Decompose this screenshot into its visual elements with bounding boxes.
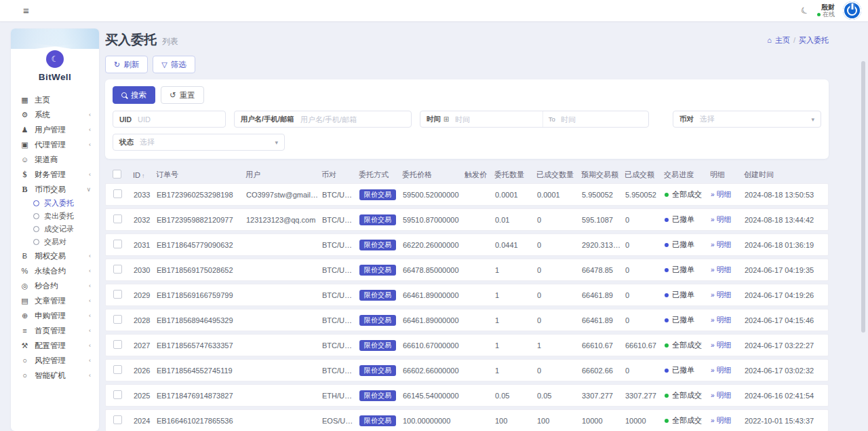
detail-link[interactable]: »明细 xyxy=(711,215,732,223)
refresh-button[interactable]: ↻ 刷新 xyxy=(105,56,148,73)
sidebar-item-风控管理[interactable]: ○风控管理‹ xyxy=(11,353,99,368)
filled-amount-cell: 10000 xyxy=(625,417,665,425)
row-checkbox[interactable] xyxy=(113,315,122,324)
pair-select[interactable]: 币对选择▾ xyxy=(673,111,821,128)
filter-button[interactable]: ▽ 筛选 xyxy=(153,56,195,73)
id-cell: 2032 xyxy=(134,216,157,224)
qty-cell: 0.0001 xyxy=(495,191,537,199)
user-field-label: 用户名/手机/邮箱 xyxy=(235,115,300,124)
person-icon: ☺ xyxy=(20,155,30,164)
price-cell: 66145.54000000 xyxy=(403,392,465,400)
order-type-cell: 限价交易 xyxy=(359,290,403,301)
moon-icon[interactable]: ☾ xyxy=(800,4,811,17)
search-button[interactable]: 搜索 xyxy=(113,86,155,104)
sidebar-item-首页管理[interactable]: ≡首页管理‹ xyxy=(11,323,99,338)
menu-icon[interactable]: ≡ xyxy=(23,5,29,16)
sidebar-item-主页[interactable]: ▦主页 xyxy=(11,92,99,107)
status-cell: 已撤单 xyxy=(665,290,711,300)
uid-field-input[interactable] xyxy=(138,115,224,124)
target-icon: ◎ xyxy=(20,282,30,291)
row-checkbox[interactable] xyxy=(113,189,122,198)
submenu-item-交易对[interactable]: 交易对 xyxy=(11,236,99,248)
id-cell: 2029 xyxy=(134,291,157,299)
checkbox-cell xyxy=(113,365,134,375)
time-field-start-input[interactable] xyxy=(455,115,542,124)
table-row: 2031EB1718645779090632BTC/USDT限价交易66220.… xyxy=(105,233,829,256)
detail-link[interactable]: »明细 xyxy=(711,416,732,424)
sidebar-item-期权交易[interactable]: Ƀ期权交易‹ xyxy=(11,248,99,263)
sidebar-item-智能矿机[interactable]: ○智能矿机‹ xyxy=(11,368,99,383)
sidebar-item-文章管理[interactable]: ▤文章管理‹ xyxy=(11,293,99,308)
price-cell: 66461.89000000 xyxy=(403,291,465,299)
submenu-item-买入委托[interactable]: 买入委托 xyxy=(11,197,99,210)
row-checkbox[interactable] xyxy=(113,415,122,424)
coin-b-icon: B xyxy=(20,185,30,195)
chevron-left-icon: ‹ xyxy=(89,357,91,364)
sort-asc-icon[interactable]: ↑ xyxy=(142,172,145,179)
expected-amount-cell: 66478.85 xyxy=(582,266,625,274)
filled-qty-cell: 0.05 xyxy=(537,392,582,400)
time-field-end-input[interactable] xyxy=(561,115,648,124)
filter-panel: 搜索 ↺ 重置 UID用户名/手机/邮箱时间⊞To币对选择▾ 状态选择▾ xyxy=(105,79,829,159)
filled-amount-cell: 3307.277 xyxy=(625,392,665,400)
row-checkbox[interactable] xyxy=(113,365,122,374)
pair-cell: BTC/USDT xyxy=(322,291,359,299)
status-cell: 已撤单 xyxy=(665,365,711,375)
created-time-cell: 2024-06-17 03:02:32 xyxy=(745,367,821,375)
user-field-input[interactable] xyxy=(300,115,411,124)
chevron-left-icon: ‹ xyxy=(89,126,91,133)
reset-button[interactable]: ↺ 重置 xyxy=(161,86,204,104)
detail-link[interactable]: »明细 xyxy=(711,391,732,399)
detail-link[interactable]: »明细 xyxy=(711,366,732,374)
scrollbar-thumb[interactable] xyxy=(861,61,865,333)
row-checkbox[interactable] xyxy=(113,390,122,399)
row-checkbox[interactable] xyxy=(113,265,122,274)
detail-link[interactable]: »明细 xyxy=(711,316,732,324)
sidebar-item-系统[interactable]: ⚙系统‹ xyxy=(11,107,99,122)
time-field-separator: To xyxy=(542,111,561,127)
detail-link[interactable]: »明细 xyxy=(711,341,732,349)
status-cell: 全部成交 xyxy=(665,189,711,200)
user-info[interactable]: 殷财 在线 xyxy=(817,3,835,18)
order-type-badge: 限价交易 xyxy=(359,290,396,301)
checkbox-cell xyxy=(113,240,134,250)
pair-cell: BTC/USDT xyxy=(322,316,359,324)
filled-amount-cell: 0 xyxy=(625,241,665,249)
status-dot-icon xyxy=(665,268,669,272)
detail-cell: »明细 xyxy=(711,365,745,375)
sidebar-item-财务管理[interactable]: $财务管理‹ xyxy=(11,167,99,182)
order-type-badge: 限价交易 xyxy=(359,390,396,401)
detail-link[interactable]: »明细 xyxy=(711,240,732,248)
row-checkbox[interactable] xyxy=(113,340,122,349)
status-dot-icon xyxy=(665,369,669,373)
submenu-item-卖出委托[interactable]: 卖出委托 xyxy=(11,210,99,223)
created-time-cell: 2024-06-16 02:41:54 xyxy=(745,392,821,400)
breadcrumb-home[interactable]: 主页 xyxy=(775,35,790,45)
column-header-type: 委托方式 xyxy=(359,170,402,180)
sidebar-item-渠道商[interactable]: ☺渠道商 xyxy=(11,152,99,167)
filled-amount-cell: 0 xyxy=(625,291,665,299)
sidebar-item-币币交易[interactable]: B币币交易∨ xyxy=(11,182,99,197)
submenu-item-成交记录[interactable]: 成交记录 xyxy=(11,223,99,236)
avatar[interactable] xyxy=(843,1,861,20)
table-row: 2032EB1723959882120977123123123@qq.comBT… xyxy=(105,208,829,231)
detail-link[interactable]: »明细 xyxy=(711,190,732,198)
detail-link[interactable]: »明细 xyxy=(711,265,732,274)
sidebar-item-用户管理[interactable]: ♟用户管理‹ xyxy=(11,122,99,137)
order-type-badge: 限价交易 xyxy=(359,340,396,351)
row-checkbox[interactable] xyxy=(113,290,122,299)
sidebar-item-秒合约[interactable]: ◎秒合约‹ xyxy=(11,278,99,293)
sidebar-item-代理管理[interactable]: ▣代理管理‹ xyxy=(11,137,99,152)
column-header-trigger: 触发价 xyxy=(465,170,494,180)
qty-cell: 1 xyxy=(495,316,537,324)
row-checkbox[interactable] xyxy=(113,240,122,248)
sidebar-item-申购管理[interactable]: ⊕申购管理‹ xyxy=(11,308,99,323)
row-checkbox[interactable] xyxy=(113,214,122,223)
detail-link[interactable]: »明细 xyxy=(711,291,732,299)
filled-amount-cell: 66610.67 xyxy=(625,341,665,350)
status-select[interactable]: 状态选择▾ xyxy=(113,134,285,151)
select-all-checkbox[interactable] xyxy=(113,170,121,179)
id-cell: 2033 xyxy=(134,191,157,199)
sidebar-item-配置管理[interactable]: ⚒配置管理‹ xyxy=(11,338,99,353)
sidebar-item-永续合约[interactable]: %永续合约‹ xyxy=(11,263,99,278)
